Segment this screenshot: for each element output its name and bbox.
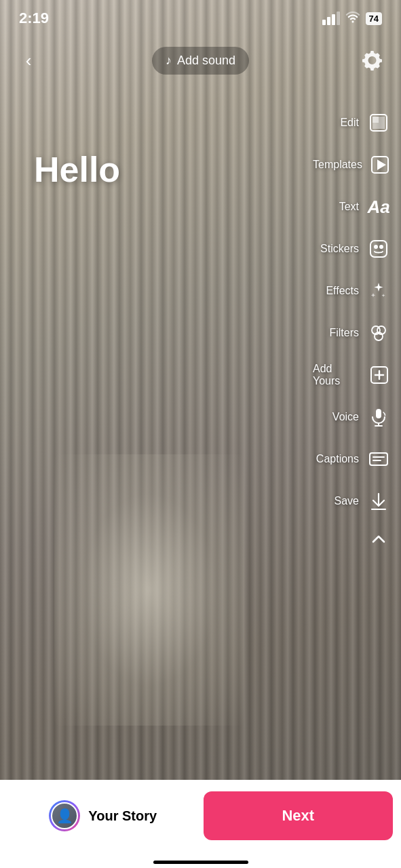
settings-icon xyxy=(362,50,383,71)
templates-tool[interactable]: Templates xyxy=(313,144,392,186)
status-icons: 74 xyxy=(322,11,382,26)
templates-icon xyxy=(369,152,392,178)
text-label: Text xyxy=(339,201,359,213)
your-story-button[interactable]: 👤 Your Story xyxy=(8,791,198,840)
save-label: Save xyxy=(335,495,359,507)
stickers-tool[interactable]: Stickers xyxy=(313,228,392,270)
collapse-toolbar-button[interactable] xyxy=(366,526,392,552)
svg-rect-2 xyxy=(379,117,384,122)
avatar-image: 👤 xyxy=(56,808,73,824)
svg-point-8 xyxy=(375,245,377,248)
add-sound-button[interactable]: ♪ Add sound xyxy=(152,47,249,75)
text-tool[interactable]: Text Aa xyxy=(313,186,392,228)
voice-icon xyxy=(366,404,392,430)
templates-label: Templates xyxy=(313,159,362,171)
status-time: 2:19 xyxy=(19,9,49,27)
settings-button[interactable] xyxy=(358,45,387,75)
next-label: Next xyxy=(282,807,314,825)
voice-tool[interactable]: Voice xyxy=(313,396,392,438)
svg-marker-6 xyxy=(378,161,385,169)
filters-icon xyxy=(366,320,392,346)
next-button[interactable]: Next xyxy=(204,791,394,840)
effects-label: Effects xyxy=(326,285,359,297)
avatar-ring: 👤 xyxy=(49,800,80,831)
add-yours-tool[interactable]: Add Yours xyxy=(313,354,392,396)
your-story-label: Your Story xyxy=(88,808,157,824)
effects-icon xyxy=(366,278,392,304)
svg-point-9 xyxy=(380,245,383,248)
edit-icon xyxy=(366,110,392,136)
back-icon: ‹ xyxy=(26,50,32,71)
svg-rect-3 xyxy=(373,123,378,128)
back-button[interactable]: ‹ xyxy=(14,45,43,75)
svg-rect-4 xyxy=(379,123,384,128)
home-indicator xyxy=(153,861,248,864)
svg-rect-7 xyxy=(370,241,387,257)
save-icon xyxy=(366,488,392,514)
stickers-label: Stickers xyxy=(320,243,359,255)
add-sound-label: Add sound xyxy=(177,54,235,68)
captions-tool[interactable]: Captions xyxy=(313,438,392,480)
battery-icon: 74 xyxy=(366,12,382,25)
bottom-bar: 👤 Your Story Next xyxy=(0,780,401,868)
svg-rect-1 xyxy=(373,117,378,122)
window-light xyxy=(54,454,244,726)
chevron-up-icon xyxy=(369,530,388,549)
effects-tool[interactable]: Effects xyxy=(313,270,392,312)
add-yours-label: Add Yours xyxy=(313,363,360,387)
top-bar: ‹ ♪ Add sound xyxy=(0,37,401,84)
signal-icon xyxy=(322,12,340,25)
voice-label: Voice xyxy=(332,411,359,423)
captions-label: Captions xyxy=(316,453,359,465)
filters-tool[interactable]: Filters xyxy=(313,312,392,354)
captions-icon xyxy=(366,446,392,472)
filters-label: Filters xyxy=(329,327,359,339)
right-toolbar: Edit Templates Text Aa Stickers xyxy=(313,102,401,773)
avatar: 👤 xyxy=(51,802,78,829)
svg-rect-19 xyxy=(370,453,387,465)
music-note-icon: ♪ xyxy=(166,54,172,68)
canvas-text-hello: Hello xyxy=(34,149,120,190)
edit-label: Edit xyxy=(340,117,359,129)
edit-tool[interactable]: Edit xyxy=(313,102,392,144)
status-bar: 2:19 74 xyxy=(0,0,401,37)
svg-rect-16 xyxy=(376,409,381,418)
text-icon: Aa xyxy=(366,194,392,220)
add-yours-icon xyxy=(367,362,392,388)
save-tool[interactable]: Save xyxy=(313,480,392,522)
stickers-icon xyxy=(366,236,392,262)
wifi-icon xyxy=(345,11,360,26)
